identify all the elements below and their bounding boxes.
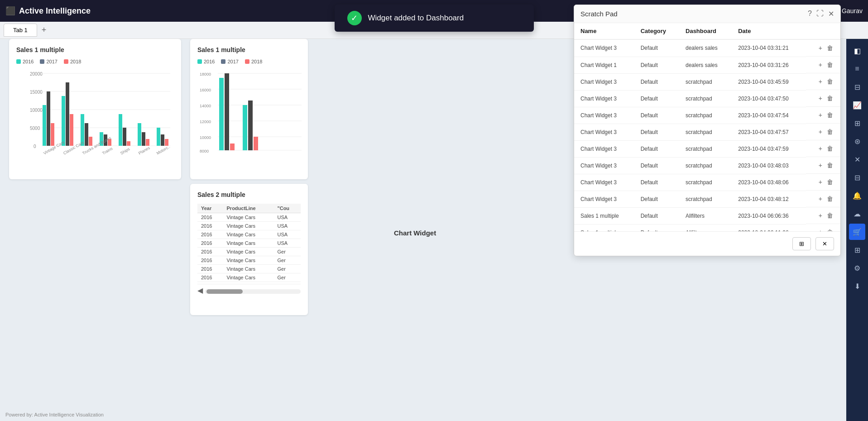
scratch-row[interactable]: Chart Widget 3Defaultscratchpad2023-10-0… — [574, 90, 840, 107]
scratch-row-add-button[interactable]: + — [818, 127, 823, 136]
sidebar-icon-layers[interactable]: ≡ — [849, 61, 865, 77]
svg-text:20000: 20000 — [30, 72, 43, 77]
scratch-row-delete-button[interactable]: 🗑 — [826, 144, 834, 153]
scratch-row-add-button[interactable]: + — [818, 194, 823, 203]
col-name: Name — [574, 23, 634, 39]
scratch-row[interactable]: Chart Widget 3Defaultscratchpad2023-10-0… — [574, 174, 840, 191]
scratch-cell: scratchpad — [679, 90, 732, 107]
scratch-row-delete-button[interactable]: 🗑 — [826, 43, 834, 53]
scratch-title-input[interactable] — [580, 10, 808, 18]
scratch-row-delete-button[interactable]: 🗑 — [826, 228, 834, 231]
scratch-row[interactable]: Chart Widget 3Defaultdealers sales2023-1… — [574, 39, 840, 57]
scratch-row-add-button[interactable]: + — [818, 77, 823, 86]
scratch-cell: Default — [634, 90, 679, 107]
tab-1[interactable]: Tab 1 — [4, 24, 37, 37]
sidebar-icon-crosshair[interactable]: ✕ — [849, 151, 865, 167]
legend-dot-2016 — [16, 59, 21, 64]
svg-rect-23 — [123, 128, 126, 146]
scratch-row-add-button[interactable]: + — [818, 144, 823, 153]
scratch-row[interactable]: Chart Widget 3Defaultscratchpad2023-10-0… — [574, 73, 840, 90]
col-actions — [806, 23, 840, 39]
scratch-cell: Allfilters — [679, 207, 732, 224]
scratch-row[interactable]: Chart Widget 1Defaultdealers sales2023-1… — [574, 57, 840, 73]
sidebar-icon-filter[interactable]: ⊟ — [849, 79, 865, 95]
chart2-legend: 2016 2017 2018 — [197, 59, 301, 64]
sidebar-icon-grid[interactable]: ⊞ — [849, 242, 865, 258]
svg-rect-12 — [51, 123, 54, 146]
svg-text:8000: 8000 — [200, 149, 209, 153]
col-dashboard: Dashboard — [679, 23, 732, 39]
svg-text:15000: 15000 — [30, 90, 43, 95]
svg-text:12000: 12000 — [200, 120, 211, 124]
table-cell: 2016 — [197, 248, 223, 256]
scratch-row-delete-button[interactable]: 🗑 — [826, 194, 834, 203]
scratch-row-add-button[interactable]: + — [818, 211, 823, 220]
sidebar-icon-settings[interactable]: ⚙ — [849, 260, 865, 276]
scratch-row-add-button[interactable]: + — [818, 161, 823, 170]
table-scroll[interactable]: Year ProductLine "Cou 2016Vintage CarsUS… — [197, 204, 301, 282]
scratch-row[interactable]: Chart Widget 3Defaultscratchpad2023-10-0… — [574, 140, 840, 157]
scratch-row-add-button[interactable]: + — [818, 228, 823, 231]
scratch-cell: 2023-10-04 03:31:26 — [732, 57, 806, 73]
scratch-row[interactable]: Sales 1 multipleDefaultAllfilters2023-10… — [574, 224, 840, 231]
table-title: Sales 2 multiple — [197, 191, 301, 198]
scratch-row-delete-button[interactable]: 🗑 — [826, 177, 834, 187]
table-cell: 2016 — [197, 265, 223, 273]
scratch-row-add-button[interactable]: + — [818, 177, 823, 187]
scratch-row-delete-button[interactable]: 🗑 — [826, 77, 834, 86]
scratch-row[interactable]: Sales 1 multipleDefaultAllfilters2023-10… — [574, 207, 840, 224]
scratch-expand-icon[interactable]: ⛶ — [816, 10, 824, 18]
scratch-row-delete-button[interactable]: 🗑 — [826, 127, 834, 136]
add-tab-button[interactable]: + — [39, 25, 49, 35]
table-scrollbar[interactable] — [205, 289, 301, 294]
scratch-cell: Default — [634, 124, 679, 140]
scratch-cell: scratchpad — [679, 107, 732, 124]
scratch-actions: +🗑 — [806, 140, 840, 157]
scratch-close-button[interactable]: ✕ — [815, 237, 834, 250]
sidebar-icon-download[interactable]: ⬇ — [849, 278, 865, 294]
tab-1-label: Tab 1 — [13, 27, 28, 33]
scratch-add-button[interactable]: ⊞ — [792, 237, 811, 250]
table-cell: Ger — [273, 256, 301, 265]
sidebar-icon-connections[interactable]: ⊛ — [849, 133, 865, 149]
scratch-row-add-button[interactable]: + — [818, 94, 823, 103]
scratch-actions: +🗑 — [806, 73, 840, 90]
table-cell: Vintage Cars — [223, 248, 274, 256]
scratch-actions: +🗑 — [806, 124, 840, 140]
scratch-close-icon[interactable]: ✕ — [828, 10, 834, 18]
scratch-row-add-button[interactable]: + — [818, 43, 823, 53]
scratch-help-icon[interactable]: ? — [808, 10, 812, 18]
sidebar-icon-bell[interactable]: 🔔 — [849, 187, 865, 204]
legend-label-2017: 2017 — [46, 59, 57, 64]
table-scroll-left[interactable]: ◀ — [197, 286, 203, 295]
scratch-row-delete-button[interactable]: 🗑 — [826, 161, 834, 170]
scratch-row-add-button[interactable]: + — [818, 110, 823, 120]
svg-text:0: 0 — [34, 144, 36, 149]
sidebar-icon-chart[interactable]: 📈 — [849, 97, 865, 113]
svg-text:5000: 5000 — [30, 126, 40, 131]
sidebar-icon-cloud[interactable]: ☁ — [849, 206, 865, 222]
svg-rect-51 — [225, 73, 229, 150]
scratch-row-delete-button[interactable]: 🗑 — [826, 211, 834, 220]
sidebar-icon-cart[interactable]: 🛒 — [849, 224, 865, 240]
sidebar-icon-table[interactable]: ⊞ — [849, 115, 865, 131]
scratch-cell: Default — [634, 207, 679, 224]
scratch-row-delete-button[interactable]: 🗑 — [826, 94, 834, 103]
scratch-row[interactable]: Chart Widget 3Defaultscratchpad2023-10-0… — [574, 124, 840, 140]
table-cell: Vintage Cars — [223, 273, 274, 282]
legend2-dot-2018 — [245, 59, 249, 64]
scratch-row[interactable]: Chart Widget 3Defaultscratchpad2023-10-0… — [574, 107, 840, 124]
svg-rect-50 — [219, 78, 224, 150]
scratch-body[interactable]: Name Category Dashboard Date Chart Widge… — [574, 23, 840, 231]
scratch-row[interactable]: Chart Widget 3Defaultscratchpad2023-10-0… — [574, 157, 840, 174]
table-cell: Ger — [273, 273, 301, 282]
svg-rect-24 — [127, 141, 130, 146]
scratch-row-delete-button[interactable]: 🗑 — [826, 110, 834, 120]
sidebar-icon-panel[interactable]: ◧ — [849, 43, 865, 59]
scratch-row-delete-button[interactable]: 🗑 — [826, 60, 834, 69]
sidebar-icon-stack[interactable]: ⊟ — [849, 169, 865, 186]
scratch-row-add-button[interactable]: + — [818, 60, 823, 69]
scratch-row[interactable]: Chart Widget 3Defaultscratchpad2023-10-0… — [574, 191, 840, 207]
legend-label-2018: 2018 — [70, 59, 81, 64]
scratch-cell: dealers sales — [679, 39, 732, 57]
